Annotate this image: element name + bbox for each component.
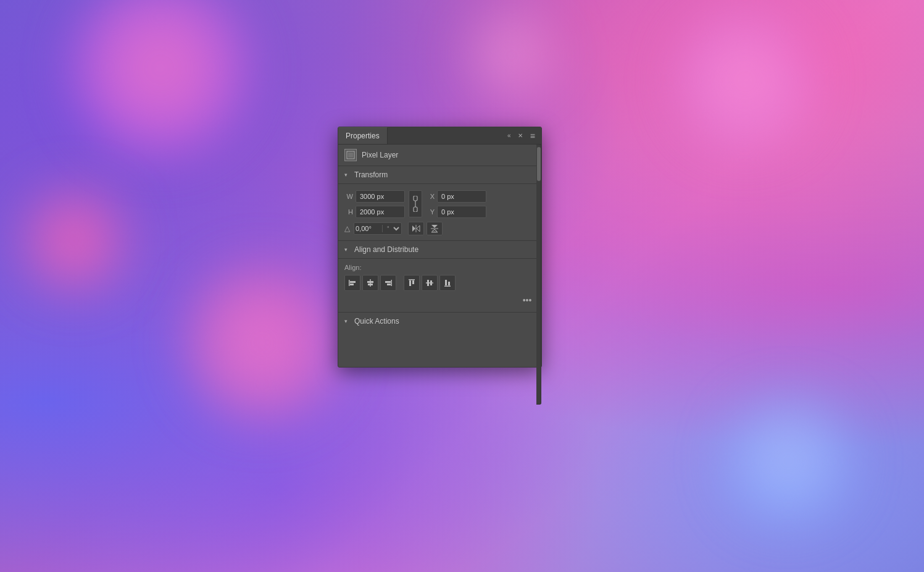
svg-rect-22 <box>387 284 391 285</box>
align-more-row: ••• <box>344 293 535 307</box>
align-bottom-button[interactable] <box>439 275 456 291</box>
titlebar-controls: « ✕ ≡ <box>504 131 541 141</box>
height-input[interactable] <box>356 206 405 218</box>
svg-rect-25 <box>412 280 414 284</box>
align-separator <box>398 275 402 291</box>
align-center-horizontal-button[interactable] <box>362 275 378 291</box>
align-more-button[interactable]: ••• <box>519 293 535 307</box>
x-label: X <box>426 193 435 200</box>
svg-marker-10 <box>431 229 438 232</box>
svg-rect-15 <box>350 281 356 283</box>
quick-actions-section-title: Quick Actions <box>354 317 399 326</box>
svg-rect-20 <box>391 280 393 286</box>
angle-flip-row: △ ° <box>344 222 535 235</box>
w-label: W <box>344 193 353 200</box>
panel-menu-button[interactable]: ≡ <box>527 131 539 141</box>
quick-actions-section-header[interactable]: ▾ Quick Actions <box>338 313 541 330</box>
panel-titlebar: Properties « ✕ ≡ <box>338 127 541 145</box>
quick-actions-chevron-icon: ▾ <box>344 318 351 324</box>
align-section-title: Align and Distribute <box>354 245 418 254</box>
scrollbar-thumb[interactable] <box>537 147 541 181</box>
bg-blob-6 <box>462 6 561 105</box>
svg-rect-28 <box>430 280 432 285</box>
align-chevron-icon: ▾ <box>344 246 351 253</box>
svg-rect-27 <box>427 280 429 286</box>
quick-actions-body <box>338 330 541 367</box>
svg-rect-30 <box>445 280 447 285</box>
angle-input[interactable] <box>354 223 382 234</box>
svg-rect-16 <box>350 284 354 285</box>
svg-rect-21 <box>385 281 391 283</box>
x-input[interactable] <box>437 190 486 203</box>
align-right-button[interactable] <box>380 275 396 291</box>
y-input[interactable] <box>437 206 486 218</box>
link-dimensions-button[interactable] <box>409 190 422 217</box>
transform-section-header[interactable]: ▾ Transform <box>338 166 541 184</box>
pixel-layer-icon <box>344 149 357 161</box>
flip-vertical-button[interactable] <box>427 222 443 235</box>
bg-blob-3 <box>19 185 130 297</box>
align-top-button[interactable] <box>404 275 420 291</box>
layer-name: Pixel Layer <box>362 151 398 159</box>
svg-rect-31 <box>448 282 450 285</box>
transform-body: W H X <box>338 184 541 241</box>
flip-horizontal-button[interactable] <box>408 222 424 235</box>
svg-marker-8 <box>431 225 438 228</box>
transform-wh-xy-row: W H X <box>344 189 535 218</box>
svg-rect-1 <box>348 153 353 158</box>
angle-unit-dropdown[interactable]: ° <box>382 225 401 232</box>
svg-marker-7 <box>417 225 420 232</box>
svg-rect-2 <box>414 196 417 201</box>
transform-chevron-icon: ▾ <box>344 172 351 178</box>
width-input[interactable] <box>356 190 405 203</box>
bg-blob-5 <box>726 399 850 523</box>
align-buttons-row <box>344 275 535 291</box>
svg-rect-19 <box>368 284 373 285</box>
svg-rect-24 <box>409 280 411 286</box>
svg-rect-3 <box>414 207 417 212</box>
svg-rect-14 <box>349 280 350 286</box>
svg-marker-5 <box>412 225 415 232</box>
angle-icon: △ <box>344 224 350 233</box>
layer-row: Pixel Layer <box>338 145 541 166</box>
svg-rect-18 <box>367 281 373 283</box>
close-panel-button[interactable]: ✕ <box>515 131 525 141</box>
collapse-panel-button[interactable]: « <box>504 131 514 141</box>
angle-input-wrapper: ° <box>354 222 402 235</box>
scrollbar-track[interactable] <box>536 144 541 405</box>
svg-rect-23 <box>409 279 415 280</box>
align-center-vertical-button[interactable] <box>422 275 438 291</box>
y-label: Y <box>426 208 435 216</box>
align-label: Align: <box>344 264 535 271</box>
panel-tab-properties[interactable]: Properties <box>338 127 388 144</box>
align-section-header[interactable]: ▾ Align and Distribute <box>338 241 541 259</box>
bg-blob-2 <box>677 12 813 148</box>
align-left-button[interactable] <box>344 275 360 291</box>
bg-blob-4 <box>185 266 339 420</box>
transform-section-title: Transform <box>354 170 388 179</box>
align-body: Align: <box>338 259 541 313</box>
svg-rect-29 <box>444 286 451 287</box>
h-label: H <box>344 208 353 216</box>
